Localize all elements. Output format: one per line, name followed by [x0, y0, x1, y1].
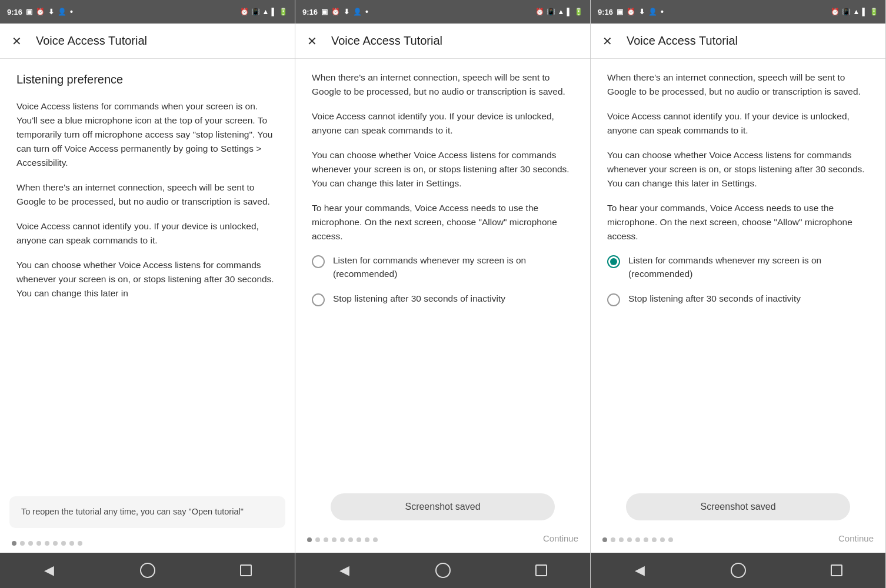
- alarm-icon: ⏰: [331, 8, 340, 16]
- radio-circle-0[interactable]: [312, 255, 325, 268]
- dot-1: [611, 537, 615, 542]
- signal-icon: ▌: [567, 8, 572, 16]
- screen-title: Voice Access Tutorial: [627, 34, 738, 48]
- dot-3: [332, 537, 337, 542]
- recent-button[interactable]: [228, 559, 264, 582]
- screens-container: 9:16 ▣ ⏰ ⬇ 👤 • ⏰ 📳 ▲ ▌ 🔋 ✕ Voice Access …: [0, 0, 886, 588]
- status-time: 9:16 ▣ ⏰ ⬇ 👤 •: [598, 7, 664, 16]
- continue-button[interactable]: Continue: [838, 529, 874, 548]
- continue-button[interactable]: Continue: [543, 529, 578, 548]
- time-text: 9:16: [302, 8, 318, 16]
- dot-5: [53, 541, 58, 546]
- paragraph-3: You can choose whether Voice Access list…: [16, 258, 278, 300]
- home-button[interactable]: [425, 559, 461, 582]
- home-button[interactable]: [721, 559, 756, 582]
- title-bar: ✕ Voice Access Tutorial: [295, 24, 590, 59]
- recent-button[interactable]: [819, 559, 854, 582]
- dot-7: [69, 541, 74, 546]
- bottom-area: To reopen the tutorial any time, you can…: [0, 496, 295, 553]
- dot-7: [660, 537, 665, 542]
- nav-bar: ◀: [0, 553, 295, 588]
- content-text: When there's an internet connection, spe…: [312, 71, 574, 306]
- vibrate-icon: 📳: [842, 8, 851, 16]
- radio-option-1[interactable]: Stop listening after 30 seconds of inact…: [312, 292, 574, 306]
- radio-group: Listen for commands whenever my screen i…: [607, 254, 869, 306]
- vibrate-icon: 📳: [547, 8, 555, 16]
- back-icon: ◀: [339, 563, 349, 578]
- dot-2: [619, 537, 624, 542]
- recent-icon: [831, 564, 842, 576]
- dot-8: [78, 541, 82, 546]
- dot-icon: •: [365, 7, 368, 16]
- status-right: ⏰ 📳 ▲ ▌ 🔋: [831, 8, 878, 16]
- close-button[interactable]: ✕: [307, 34, 317, 48]
- screenshot-saved-banner: Screenshot saved: [626, 493, 850, 520]
- paragraph-1: When there's an internet connection, spe…: [16, 181, 278, 209]
- screenshot-saved-text: Screenshot saved: [700, 502, 775, 512]
- alarm2-icon: ⏰: [240, 8, 249, 16]
- progress-dots: [307, 533, 378, 544]
- status-bar: 9:16 ▣ ⏰ ⬇ 👤 • ⏰ 📳 ▲ ▌ 🔋: [0, 0, 295, 24]
- paragraph-0: When there's an internet connection, spe…: [607, 71, 869, 99]
- content-area: When there's an internet connection, spe…: [591, 59, 885, 493]
- wifi-icon: ▲: [262, 8, 269, 16]
- radio-circle-0[interactable]: [607, 255, 620, 268]
- screen-3: 9:16 ▣ ⏰ ⬇ 👤 • ⏰ 📳 ▲ ▌ 🔋 ✕ Voice Access …: [591, 0, 886, 588]
- dot-7: [365, 537, 369, 542]
- paragraph-3: To hear your commands, Voice Access need…: [607, 201, 869, 243]
- paragraph-2: Voice Access cannot identify you. If you…: [16, 219, 278, 248]
- dot-4: [635, 537, 640, 542]
- status-bar: 9:16 ▣ ⏰ ⬇ 👤 • ⏰ 📳 ▲ ▌ 🔋: [591, 0, 885, 24]
- sim-icon: ▣: [617, 8, 623, 16]
- battery-icon: 🔋: [574, 8, 583, 16]
- recent-icon: [535, 564, 547, 576]
- dot-2: [324, 537, 328, 542]
- recent-button[interactable]: [524, 559, 559, 582]
- title-bar: ✕ Voice Access Tutorial: [0, 24, 295, 59]
- screenshot-saved-banner: Screenshot saved: [331, 493, 555, 520]
- status-right: ⏰ 📳 ▲ ▌ 🔋: [240, 8, 288, 16]
- radio-label-1: Stop listening after 30 seconds of inact…: [628, 292, 801, 305]
- back-button[interactable]: ◀: [327, 559, 362, 582]
- signal-icon: ▌: [271, 8, 277, 16]
- vibrate-icon: 📳: [251, 8, 260, 16]
- radio-option-0[interactable]: Listen for commands whenever my screen i…: [607, 254, 869, 280]
- paragraph-3: To hear your commands, Voice Access need…: [312, 201, 574, 243]
- screen-title: Voice Access Tutorial: [331, 34, 442, 48]
- dot-8: [373, 537, 378, 542]
- radio-circle-1[interactable]: [607, 293, 620, 306]
- back-button[interactable]: ◀: [622, 559, 658, 582]
- radio-circle-1[interactable]: [312, 293, 325, 306]
- radio-label-0: Listen for commands whenever my screen i…: [628, 254, 869, 280]
- wifi-icon: ▲: [853, 8, 860, 16]
- back-button[interactable]: ◀: [32, 559, 67, 582]
- content-area: When there's an internet connection, spe…: [295, 59, 590, 493]
- status-right: ⏰ 📳 ▲ ▌ 🔋: [535, 8, 583, 16]
- radio-option-1[interactable]: Stop listening after 30 seconds of inact…: [607, 292, 869, 306]
- home-button[interactable]: [130, 559, 165, 582]
- content-text: When there's an internet connection, spe…: [607, 71, 869, 306]
- content-area: Listening preferenceVoice Access listens…: [0, 59, 295, 496]
- screen-2: 9:16 ▣ ⏰ ⬇ 👤 • ⏰ 📳 ▲ ▌ 🔋 ✕ Voice Access …: [295, 0, 591, 588]
- tooltip-text: To reopen the tutorial any time, you can…: [21, 507, 244, 516]
- dot-6: [652, 537, 657, 542]
- download-icon: ⬇: [48, 8, 54, 16]
- bottom-area: Screenshot saved Continue: [591, 493, 885, 553]
- back-icon: ◀: [44, 563, 54, 578]
- close-button[interactable]: ✕: [12, 34, 22, 48]
- screen-1: 9:16 ▣ ⏰ ⬇ 👤 • ⏰ 📳 ▲ ▌ 🔋 ✕ Voice Access …: [0, 0, 295, 588]
- battery-icon: 🔋: [279, 8, 288, 16]
- radio-option-0[interactable]: Listen for commands whenever my screen i…: [312, 254, 574, 280]
- alarm2-icon: ⏰: [535, 8, 544, 16]
- paragraph-2: You can choose whether Voice Access list…: [607, 148, 869, 191]
- close-button[interactable]: ✕: [602, 34, 612, 48]
- nav-bar: ◀: [295, 553, 590, 588]
- wifi-icon: ▲: [558, 8, 565, 16]
- time-text: 9:16: [7, 8, 22, 16]
- dot-4: [45, 541, 49, 546]
- battery-icon: 🔋: [870, 8, 878, 16]
- dot-5: [348, 537, 353, 542]
- dot-2: [28, 541, 33, 546]
- progress-dots: [602, 533, 673, 544]
- dot-0: [307, 537, 312, 542]
